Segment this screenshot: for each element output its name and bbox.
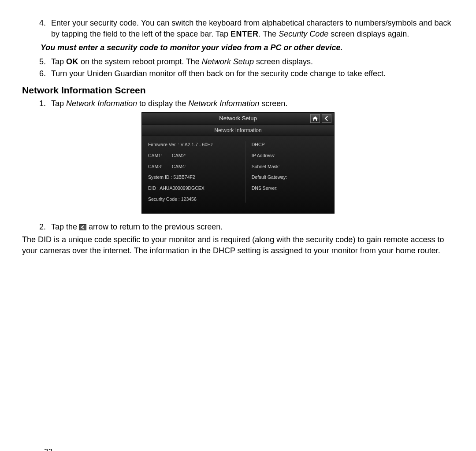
item-number: 4. <box>36 18 51 40</box>
instruction-list-1: 4. Enter your security code. You can swi… <box>22 18 454 40</box>
security-code-screen-name: Security Code <box>279 30 328 38</box>
item-number: 1. <box>36 98 51 109</box>
security-code-value: Security Code : 123456 <box>148 196 242 203</box>
device-title: Network Setup <box>219 115 257 122</box>
did-value: DID : AHUA000099DGCEX <box>148 185 242 192</box>
item-text: Tap Network Information to display the N… <box>51 98 454 109</box>
network-information-label: Network Information <box>66 99 137 108</box>
instruction-list-2: 1. Tap Network Information to display th… <box>22 98 454 109</box>
network-info-heading: Network Information Screen <box>22 84 454 96</box>
cam3-label: CAM3: <box>148 163 162 170</box>
home-icon[interactable] <box>310 114 320 123</box>
security-code-note: You must enter a security code to monito… <box>41 42 454 53</box>
ok-label: OK <box>66 57 78 66</box>
item-number: 2. <box>36 222 51 233</box>
info-right-column: DHCP IP Address: Subnet Mask: Default Ga… <box>245 141 328 202</box>
instruction-list-1b: 5. Tap OK on the system reboot prompt. T… <box>22 56 454 79</box>
device-title-bar: Network Setup <box>142 113 334 125</box>
instruction-list-2b: 2. Tap the arrow to return to the previo… <box>22 222 454 233</box>
list-item-5: 5. Tap OK on the system reboot prompt. T… <box>36 56 454 67</box>
back-icon[interactable] <box>322 114 331 123</box>
dhcp-label: DHCP <box>252 141 328 148</box>
item-number: 6. <box>36 68 51 79</box>
device-subtitle: Network Information <box>142 125 334 137</box>
list-item-4: 4. Enter your security code. You can swi… <box>36 18 454 40</box>
network-info-screen: Network Setup Network Information Firmwa… <box>141 112 335 214</box>
dns-server-label: DNS Server: <box>252 185 328 192</box>
item-text: Turn your Uniden Guardian monitor off th… <box>51 68 454 79</box>
page-number: 32 <box>44 447 52 451</box>
item-text: Tap OK on the system reboot prompt. The … <box>51 56 454 67</box>
network-information-screen-name: Network Information <box>188 99 259 108</box>
did-explanation-paragraph: The DID is a unique code specific to you… <box>22 234 454 256</box>
cam4-label: CAM4: <box>172 163 186 170</box>
device-body: Firmware Ver. : V A2.1.7 - 60Hz CAM1: CA… <box>142 136 334 213</box>
cam2-label: CAM2: <box>172 152 186 159</box>
system-id: System ID : 51BB74F2 <box>148 174 242 181</box>
back-arrow-icon <box>79 224 86 230</box>
cam1-label: CAM1: <box>148 152 162 159</box>
ip-address-label: IP Address: <box>252 152 328 159</box>
item-number: 5. <box>36 56 51 67</box>
list-item-6: 6. Turn your Uniden Guardian monitor off… <box>36 68 454 79</box>
item-text: Tap the arrow to return to the previous … <box>51 222 454 233</box>
info-left-column: Firmware Ver. : V A2.1.7 - 60Hz CAM1: CA… <box>148 141 242 202</box>
item-text: Enter your security code. You can switch… <box>51 18 454 40</box>
default-gateway-label: Default Gateway: <box>252 174 328 181</box>
subnet-mask-label: Subnet Mask: <box>252 163 328 170</box>
list-item-2: 2. Tap the arrow to return to the previo… <box>36 222 454 233</box>
list-item-1: 1. Tap Network Information to display th… <box>36 98 454 109</box>
enter-key-label: ENTER <box>231 30 259 38</box>
firmware-version: Firmware Ver. : V A2.1.7 - 60Hz <box>148 141 242 148</box>
network-setup-screen-name: Network Setup <box>202 57 254 66</box>
device-screenshot: Network Setup Network Information Firmwa… <box>22 112 454 214</box>
